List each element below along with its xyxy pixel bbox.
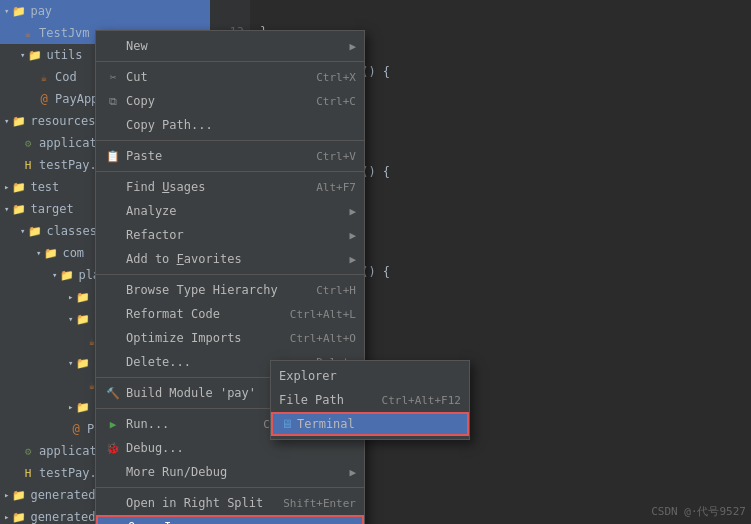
tree-item-pay[interactable]: ▾ 📁 pay [0,0,210,22]
openright-icon [104,495,122,511]
copy-icon: ⧉ [104,93,122,109]
menu-item-reformat[interactable]: Reformat Code Ctrl+Alt+L [96,302,364,326]
reformat-icon [104,306,122,322]
tree-label: classes [46,224,97,238]
new-icon [104,38,122,54]
shortcut-label: Ctrl+Alt+F12 [382,394,461,407]
shortcut-label: Ctrl+H [316,284,356,297]
find-icon [104,179,122,195]
menu-item-find-usages[interactable]: Find Usages Alt+F7 [96,175,364,199]
menu-item-label: Browse Type Hierarchy [126,283,316,297]
menu-item-new[interactable]: New ▶ [96,34,364,58]
menu-separator [96,140,364,141]
java-icon: ☕ [36,69,52,85]
menu-item-browse-hierarchy[interactable]: Browse Type Hierarchy Ctrl+H [96,278,364,302]
menu-item-refactor[interactable]: Refactor ▶ [96,223,364,247]
folder-icon: 📁 [75,399,91,415]
folder-icon: 📁 [43,245,59,261]
folder-icon: 📁 [11,113,27,129]
menu-item-label: Run... [126,417,263,431]
paste-icon: 📋 [104,148,122,164]
morerun-icon [104,464,122,480]
shortcut-label: Ctrl+Alt+L [290,308,356,321]
folder-icon: 📁 [11,509,27,524]
menu-separator [96,487,364,488]
arrow-icon: ▾ [20,226,25,236]
arrow-icon: ▸ [68,292,73,302]
submenu-arrow-icon: ▶ [349,466,356,479]
menu-item-paste[interactable]: 📋 Paste Ctrl+V [96,144,364,168]
optimize-icon [104,330,122,346]
submenu-arrow-icon: ▶ [349,253,356,266]
menu-item-label: Optimize Imports [126,331,290,345]
submenu-item-filepath[interactable]: File Path Ctrl+Alt+F12 [271,388,469,412]
menu-item-label: Copy [126,94,316,108]
menu-item-cut[interactable]: ✂ Cut Ctrl+X [96,65,364,89]
menu-item-analyze[interactable]: Analyze ▶ [96,199,364,223]
folder-icon: 📁 [75,355,91,371]
folder-icon: 📁 [11,201,27,217]
arrow-icon: ▸ [4,490,9,500]
hierarchy-icon [104,282,122,298]
menu-item-label: Add to Favorites [126,252,345,266]
java-icon: @ [36,91,52,107]
menu-item-copy[interactable]: ⧉ Copy Ctrl+C [96,89,364,113]
arrow-icon: ▸ [68,402,73,412]
menu-item-label: New [126,39,345,53]
debug-icon: 🐞 [104,440,122,456]
folder-icon: 📁 [11,3,27,19]
menu-item-label: Refactor [126,228,345,242]
folder-icon: 📁 [11,487,27,503]
run-icon: ▶ [104,416,122,432]
menu-item-open-in[interactable]: Open In ▶ [96,515,364,524]
html-icon: H [20,465,36,481]
menu-item-optimize-imports[interactable]: Optimize Imports Ctrl+Alt+O [96,326,364,350]
submenu-arrow-icon: ▶ [349,40,356,53]
menu-item-label: Open in Right Split [126,496,283,510]
context-menu: New ▶ ✂ Cut Ctrl+X ⧉ Copy Ctrl+C Copy Pa… [95,30,365,524]
arrow-icon: ▸ [4,512,9,522]
menu-item-open-right[interactable]: Open in Right Split Shift+Enter [96,491,364,515]
menu-item-label: Open In [128,520,343,524]
submenu-item-label: Terminal [297,417,355,431]
shortcut-label: Ctrl+C [316,95,356,108]
menu-item-add-favorites[interactable]: Add to Favorites ▶ [96,247,364,271]
menu-item-copy-path[interactable]: Copy Path... [96,113,364,137]
analyze-icon [104,203,122,219]
submenu-item-explorer[interactable]: Explorer [271,364,469,388]
submenu-arrow-icon: ▶ [347,521,354,525]
arrow-icon: ▾ [20,50,25,60]
shortcut-label: Shift+Enter [283,497,356,510]
delete-icon [104,354,122,370]
refactor-icon [104,227,122,243]
submenu-arrow-icon: ▶ [349,205,356,218]
build-icon: 🔨 [104,385,122,401]
cut-icon: ✂ [104,69,122,85]
copypath-icon [104,117,122,133]
tree-label: utils [46,48,82,62]
menu-item-label: Copy Path... [126,118,356,132]
menu-item-label: Find Usages [126,180,316,194]
tree-label: Cod [55,70,77,84]
submenu-item-label: File Path [279,393,344,407]
folder-icon: 📁 [27,223,43,239]
menu-item-label: More Run/Debug [126,465,345,479]
yaml-icon: ⚙ [20,135,36,151]
folder-icon: 📁 [11,179,27,195]
arrow-icon: ▾ [52,270,57,280]
arrow-icon: ▾ [68,314,73,324]
watermark: CSDN @·代号9527 [651,504,746,519]
arrow-icon: ▾ [68,358,73,368]
shortcut-label: Ctrl+Alt+O [290,332,356,345]
menu-separator [96,171,364,172]
arrow-icon: ▾ [4,204,9,214]
java-icon: @ [68,421,84,437]
menu-item-more-run[interactable]: More Run/Debug ▶ [96,460,364,484]
tree-label: resources [30,114,95,128]
submenu-item-terminal[interactable]: 🖥 Terminal [271,412,469,436]
tree-label: TestJvm [39,26,90,40]
tree-label: com [62,246,84,260]
tree-label: test [30,180,59,194]
terminal-icon: 🖥 [281,417,293,431]
code-line [260,2,751,22]
